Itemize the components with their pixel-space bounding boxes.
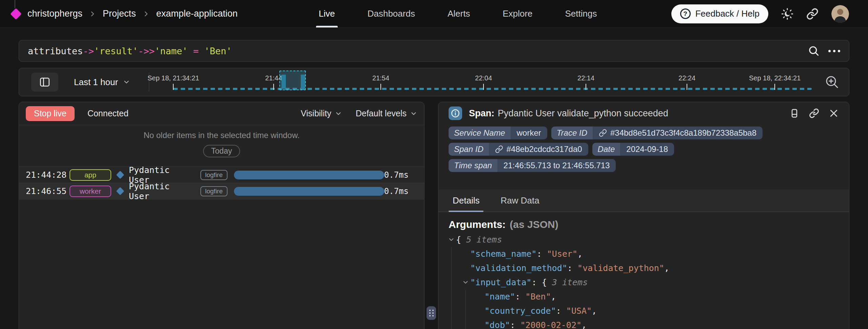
query-more-menu[interactable] bbox=[828, 50, 840, 52]
service-badge: app bbox=[70, 169, 111, 181]
theme-toggle-button[interactable] bbox=[781, 8, 793, 20]
question-icon: ? bbox=[680, 8, 691, 19]
copy-link-button[interactable] bbox=[809, 108, 819, 118]
span-header-actions bbox=[789, 108, 839, 118]
row-timestamp: 21:44:28 bbox=[26, 170, 68, 180]
default-levels-dropdown[interactable]: Default levels bbox=[356, 109, 417, 118]
tab-settings[interactable]: Settings bbox=[565, 0, 597, 27]
query-token: 'result' bbox=[94, 46, 138, 56]
span-title: Span:Pydantic User validate_python succe… bbox=[469, 108, 668, 119]
query-token: attributes bbox=[28, 46, 83, 56]
json-token: { bbox=[456, 235, 466, 245]
badge-value: #34bd8e51d73c3f4c8a189b72338a5ba8 bbox=[593, 127, 763, 139]
json-token: , bbox=[581, 320, 587, 329]
tab-live[interactable]: Live bbox=[319, 0, 335, 27]
connection-status: Connected bbox=[87, 109, 129, 118]
json-line: "validation_method": "validate_python", bbox=[449, 261, 839, 275]
tab-details[interactable]: Details bbox=[453, 190, 479, 212]
log-row[interactable]: 21:44:28appPydantic Userlogfire0.7ms bbox=[19, 167, 424, 183]
chevron-right-icon bbox=[142, 10, 150, 18]
query-token: 'name' bbox=[155, 46, 188, 56]
panel-resize-handle[interactable] bbox=[427, 306, 436, 320]
dock-panel-button[interactable] bbox=[789, 108, 800, 118]
tab-alerts[interactable]: Alerts bbox=[448, 0, 470, 27]
breadcrumb-org[interactable]: christophergs bbox=[27, 8, 82, 19]
stop-live-button[interactable]: Stop live bbox=[26, 106, 75, 121]
span-header: Span:Pydantic User validate_python succe… bbox=[438, 102, 849, 124]
query-bar[interactable]: attributes->'result'->>'name' = 'Ben' bbox=[19, 40, 849, 62]
grip-dots-icon bbox=[429, 310, 434, 316]
json-token: , bbox=[664, 263, 669, 273]
span-badge-time-span: Time span21:46:55.713 to 21:46:55.713 bbox=[449, 159, 616, 172]
badge-value-text: 2024-09-18 bbox=[626, 144, 668, 154]
timeline-histogram-bar bbox=[281, 75, 286, 89]
timeline-zoom-in-button[interactable] bbox=[824, 74, 840, 90]
json-token: "dob" bbox=[485, 320, 510, 329]
badge-value: worker bbox=[511, 127, 547, 139]
live-list-panel: Stop live Connected Visibility Default l… bbox=[19, 102, 425, 329]
log-rows: 21:44:28appPydantic Userlogfire0.7ms21:4… bbox=[19, 167, 424, 199]
link-icon bbox=[806, 8, 818, 20]
json-token: "2000-02-02" bbox=[520, 320, 581, 329]
collapse-caret-icon[interactable] bbox=[448, 236, 454, 243]
close-panel-button[interactable] bbox=[829, 108, 839, 118]
search-icon[interactable] bbox=[808, 45, 820, 57]
timeline-tick-label: 22:04 bbox=[475, 74, 492, 82]
feedback-help-button[interactable]: ? Feedback / Help bbox=[671, 4, 768, 23]
json-token: "USA" bbox=[566, 306, 592, 316]
json-token: : bbox=[556, 306, 566, 316]
chevron-down-icon bbox=[335, 110, 342, 117]
today-button[interactable]: Today bbox=[203, 145, 240, 157]
scope-badge: logfire bbox=[200, 170, 228, 180]
json-token: "country_code" bbox=[485, 306, 556, 316]
breadcrumb-item-example-application[interactable]: example-application bbox=[156, 8, 238, 19]
timeline-tick-mark bbox=[687, 84, 687, 90]
row-title: Pydantic User bbox=[129, 181, 193, 201]
span-badge-trace-id[interactable]: Trace ID#34bd8e51d73c3f4c8a189b72338a5ba… bbox=[551, 127, 763, 139]
query-token: = bbox=[188, 46, 204, 56]
badge-value: 21:46:55.713 to 21:46:55.713 bbox=[497, 159, 616, 172]
sidebar-toggle-button[interactable] bbox=[31, 73, 58, 92]
timeline-toolbar: Last 1 hour Sep 18, 21:34:2121:4421:5422… bbox=[19, 68, 849, 96]
badge-value-text: worker bbox=[517, 128, 541, 138]
json-token: 5 items bbox=[466, 235, 502, 245]
visibility-dropdown[interactable]: Visibility bbox=[301, 109, 342, 118]
query-actions bbox=[808, 45, 840, 57]
timeline-tick-label: 22:14 bbox=[577, 74, 594, 82]
timeline-baseline bbox=[173, 88, 812, 90]
duration-label: 0.7ms bbox=[384, 187, 409, 196]
tab-dashboards[interactable]: Dashboards bbox=[368, 0, 415, 27]
logfire-logo-icon[interactable] bbox=[10, 8, 22, 20]
live-list-header: Stop live Connected Visibility Default l… bbox=[19, 102, 424, 125]
json-token: "input_data" bbox=[470, 277, 532, 287]
span-details-content: Arguments:(as JSON) { 5 items"schema_nam… bbox=[438, 212, 849, 329]
log-row[interactable]: 21:46:55workerPydantic Userlogfire0.7ms bbox=[19, 183, 424, 199]
timeline-tick-mark bbox=[173, 84, 174, 90]
tab-explore[interactable]: Explore bbox=[502, 0, 532, 27]
chevron-down-icon bbox=[410, 110, 417, 117]
collapse-caret-icon[interactable] bbox=[462, 279, 469, 285]
timeline-selection-brush[interactable] bbox=[279, 71, 306, 90]
breadcrumb-item-projects[interactable]: Projects bbox=[103, 8, 136, 19]
query-input[interactable]: attributes->'result'->>'name' = 'Ben' bbox=[28, 46, 808, 56]
timeline-histogram-bar bbox=[301, 75, 305, 89]
dock-panel-icon bbox=[789, 108, 800, 118]
share-link-button[interactable] bbox=[806, 8, 818, 20]
json-line: "name": "Ben", bbox=[449, 289, 839, 304]
query-token: 'Ben' bbox=[204, 46, 232, 56]
badge-value: #48eb2cdcdc317da0 bbox=[489, 143, 588, 156]
timeline-tick-label: 21:54 bbox=[372, 74, 389, 82]
span-badge-span-id[interactable]: Span ID#48eb2cdcdc317da0 bbox=[449, 143, 588, 156]
span-details-panel: Span:Pydantic User validate_python succe… bbox=[438, 102, 849, 329]
link-icon bbox=[809, 108, 819, 118]
json-line: "schema_name": "User", bbox=[449, 247, 839, 261]
user-avatar[interactable] bbox=[831, 5, 849, 23]
json-token: "schema_name" bbox=[470, 249, 537, 259]
timeline-tick-label: 22:24 bbox=[678, 74, 695, 82]
time-range-select[interactable]: Last 1 hour bbox=[74, 77, 130, 88]
span-detail-tabs: DetailsRaw Data bbox=[438, 190, 849, 212]
json-token: : bbox=[510, 320, 520, 329]
timeline-chart[interactable]: Sep 18, 21:34:2121:4421:5422:0422:1422:2… bbox=[153, 68, 814, 96]
tab-raw-data[interactable]: Raw Data bbox=[500, 190, 539, 212]
json-line: { 5 items bbox=[449, 232, 839, 247]
